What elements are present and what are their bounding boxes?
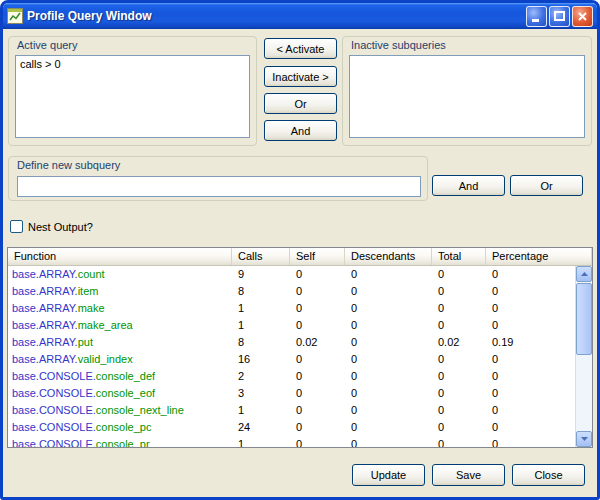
value-cell: 0 — [290, 317, 345, 334]
value-cell: 0 — [345, 402, 432, 419]
value-cell: 0 — [290, 385, 345, 402]
maximize-button[interactable] — [549, 6, 570, 27]
value-cell: 0 — [486, 317, 575, 334]
active-query-group: Active query calls > 0 — [8, 36, 257, 146]
table-row[interactable]: base.ARRAY.make10000 — [8, 300, 575, 317]
value-cell: 0 — [290, 300, 345, 317]
table-row[interactable]: base.ARRAY.item80000 — [8, 283, 575, 300]
value-cell: 16 — [232, 351, 290, 368]
nest-output-checkbox[interactable] — [10, 220, 23, 233]
column-header-self[interactable]: Self — [290, 248, 345, 265]
and-transfer-button[interactable]: And — [264, 120, 337, 141]
scrollbar-thumb[interactable] — [576, 283, 592, 355]
close-button[interactable] — [572, 6, 593, 27]
scroll-down-icon — [581, 437, 588, 441]
table-row[interactable]: base.ARRAY.count90000 — [8, 266, 575, 283]
value-cell: 8 — [232, 283, 290, 300]
value-cell: 8 — [232, 334, 290, 351]
subquery-and-button[interactable]: And — [432, 175, 505, 196]
value-cell: 0 — [486, 351, 575, 368]
column-header-total[interactable]: Total — [432, 248, 486, 265]
value-cell: 0 — [486, 402, 575, 419]
value-cell: 3 — [232, 385, 290, 402]
value-cell: 0 — [432, 317, 486, 334]
table-row[interactable]: base.ARRAY.put80.0200.020.19 — [8, 334, 575, 351]
function-name-cell: base.ARRAY.count — [8, 266, 232, 283]
value-cell: 0 — [290, 436, 345, 447]
value-cell: 0 — [290, 351, 345, 368]
value-cell: 0 — [345, 385, 432, 402]
value-cell: 0 — [345, 283, 432, 300]
inactivate-button[interactable]: Inactivate > — [264, 66, 337, 87]
query-list-item[interactable]: calls > 0 — [16, 56, 249, 72]
close-icon — [576, 10, 589, 23]
value-cell: 0 — [345, 436, 432, 447]
function-name-cell: base.CONSOLE.console_pc — [8, 419, 232, 436]
value-cell: 0 — [345, 300, 432, 317]
value-cell: 0 — [290, 368, 345, 385]
value-cell: 0 — [432, 266, 486, 283]
value-cell: 1 — [232, 317, 290, 334]
value-cell: 0 — [486, 419, 575, 436]
value-cell: 0 — [486, 300, 575, 317]
function-name-cell: base.CONSOLE.console_eof — [8, 385, 232, 402]
subquery-input[interactable] — [17, 176, 421, 197]
column-header-descendants[interactable]: Descendants — [345, 248, 432, 265]
minimize-icon — [530, 10, 543, 23]
value-cell: 0 — [432, 351, 486, 368]
value-cell: 0 — [345, 368, 432, 385]
function-name-cell: base.ARRAY.make_area — [8, 317, 232, 334]
or-transfer-button[interactable]: Or — [264, 93, 337, 114]
titlebar[interactable]: Profile Query Window — [3, 3, 597, 29]
active-query-list[interactable]: calls > 0 — [15, 55, 250, 138]
value-cell: 24 — [232, 419, 290, 436]
value-cell: 0 — [486, 283, 575, 300]
value-cell: 0 — [486, 368, 575, 385]
value-cell: 0 — [486, 436, 575, 447]
close-window-button[interactable]: Close — [512, 464, 585, 486]
scroll-down-button[interactable] — [576, 431, 592, 447]
minimize-button[interactable] — [526, 6, 547, 27]
function-name-cell: base.ARRAY.item — [8, 283, 232, 300]
app-icon — [7, 8, 23, 24]
column-header-percentage[interactable]: Percentage — [486, 248, 592, 265]
table-row[interactable]: base.CONSOLE.console_def20000 — [8, 368, 575, 385]
save-button[interactable]: Save — [432, 464, 505, 486]
scroll-up-button[interactable] — [576, 266, 592, 282]
activate-button[interactable]: < Activate — [264, 38, 337, 59]
maximize-icon — [553, 10, 566, 23]
function-name-cell: base.ARRAY.put — [8, 334, 232, 351]
column-header-calls[interactable]: Calls — [232, 248, 290, 265]
value-cell: 9 — [232, 266, 290, 283]
active-query-label: Active query — [17, 39, 78, 51]
table-row[interactable]: base.CONSOLE.console_next_line10000 — [8, 402, 575, 419]
value-cell: 1 — [232, 300, 290, 317]
value-cell: 0 — [486, 266, 575, 283]
table-row[interactable]: base.CONSOLE.console_pc240000 — [8, 419, 575, 436]
value-cell: 0 — [345, 334, 432, 351]
table-row[interactable]: base.ARRAY.valid_index160000 — [8, 351, 575, 368]
vertical-scrollbar[interactable] — [575, 266, 592, 447]
value-cell: 0 — [345, 317, 432, 334]
nest-output-label[interactable]: Nest Output? — [28, 221, 93, 233]
table-body: base.ARRAY.count90000base.ARRAY.item8000… — [8, 266, 575, 447]
value-cell: 0.02 — [290, 334, 345, 351]
value-cell: 1 — [232, 436, 290, 447]
value-cell: 0 — [432, 368, 486, 385]
table-row[interactable]: base.ARRAY.make_area10000 — [8, 317, 575, 334]
define-subquery-group: Define new subquery — [8, 156, 428, 201]
window: Profile Query Window Active query calls … — [0, 0, 600, 500]
table-row[interactable]: base.CONSOLE.console_eof30000 — [8, 385, 575, 402]
update-button[interactable]: Update — [352, 464, 425, 486]
column-header-function[interactable]: Function — [8, 248, 232, 265]
function-name-cell: base.ARRAY.valid_index — [8, 351, 232, 368]
value-cell: 0 — [290, 283, 345, 300]
scroll-up-icon — [581, 272, 588, 276]
value-cell: 2 — [232, 368, 290, 385]
inactive-subqueries-list[interactable] — [349, 55, 585, 138]
subquery-or-button[interactable]: Or — [510, 175, 583, 196]
value-cell: 0 — [345, 351, 432, 368]
profile-table: Function Calls Self Descendants Total Pe… — [7, 247, 593, 448]
table-row[interactable]: base.CONSOLE.console_pr10000 — [8, 436, 575, 447]
value-cell: 0 — [432, 419, 486, 436]
